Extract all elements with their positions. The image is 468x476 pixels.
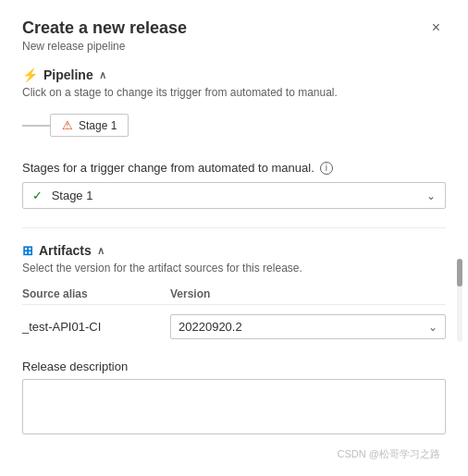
dialog-header: Create a new release × [22, 18, 446, 38]
col-version-header: Version [170, 287, 446, 300]
pipeline-line [22, 125, 50, 127]
release-description-section: Release description [22, 360, 446, 437]
pipeline-stage-row: ⚠ Stage 1 [22, 108, 446, 146]
version-cell: ⌄ [170, 314, 446, 339]
version-dropdown-button[interactable]: ⌄ [421, 317, 445, 337]
artifacts-section: ⊞ Artifacts ∧ Select the version for the… [22, 243, 446, 345]
artifacts-hint: Select the version for the artifact sour… [22, 262, 446, 275]
release-description-input[interactable] [22, 379, 446, 434]
dropdown-chevron-icon: ⌄ [426, 189, 436, 202]
artifacts-icon: ⊞ [22, 243, 33, 258]
trigger-label-row: Stages for a trigger change from automat… [22, 161, 446, 175]
source-alias-value: _test-API01-CI [22, 320, 170, 334]
warning-icon: ⚠ [62, 118, 73, 132]
scrollbar-area[interactable] [457, 259, 462, 342]
col-source-header: Source alias [22, 287, 170, 300]
pipeline-label: Pipeline [43, 67, 93, 82]
artifacts-section-header[interactable]: ⊞ Artifacts ∧ [22, 243, 446, 258]
create-release-dialog: Create a new release × New release pipel… [0, 0, 468, 476]
release-desc-label: Release description [22, 360, 446, 373]
pipeline-icon: ⚡ [22, 67, 38, 82]
stage-box[interactable]: ⚠ Stage 1 [50, 114, 129, 137]
scrollbar-thumb [457, 259, 462, 287]
table-row: _test-API01-CI ⌄ [22, 309, 446, 345]
divider [22, 227, 446, 228]
stage-dropdown-value: Stage 1 [52, 189, 93, 202]
pipeline-chevron: ∧ [99, 69, 106, 81]
trigger-label-text: Stages for a trigger change from automat… [22, 161, 314, 175]
version-input-wrap: ⌄ [170, 314, 446, 339]
version-input[interactable] [171, 315, 421, 338]
watermark: CSDN @松哥学习之路 [338, 447, 440, 461]
pipeline-section-header[interactable]: ⚡ Pipeline ∧ [22, 67, 446, 82]
stage-dropdown[interactable]: ✓ Stage 1 ⌄ [22, 182, 446, 209]
artifacts-chevron: ∧ [97, 245, 105, 257]
dialog-title: Create a new release [22, 18, 187, 38]
close-button[interactable]: × [426, 18, 446, 37]
trigger-section: Stages for a trigger change from automat… [22, 161, 446, 209]
check-icon: ✓ [32, 189, 43, 202]
pipeline-hint: Click on a stage to change its trigger f… [22, 86, 446, 99]
artifacts-label: Artifacts [39, 243, 92, 258]
stage-label: Stage 1 [79, 119, 117, 132]
pipeline-section: ⚡ Pipeline ∧ Click on a stage to change … [22, 67, 446, 146]
dialog-subtitle: New release pipeline [22, 40, 446, 53]
info-icon[interactable]: i [320, 162, 333, 175]
table-header: Source alias Version [22, 284, 446, 305]
